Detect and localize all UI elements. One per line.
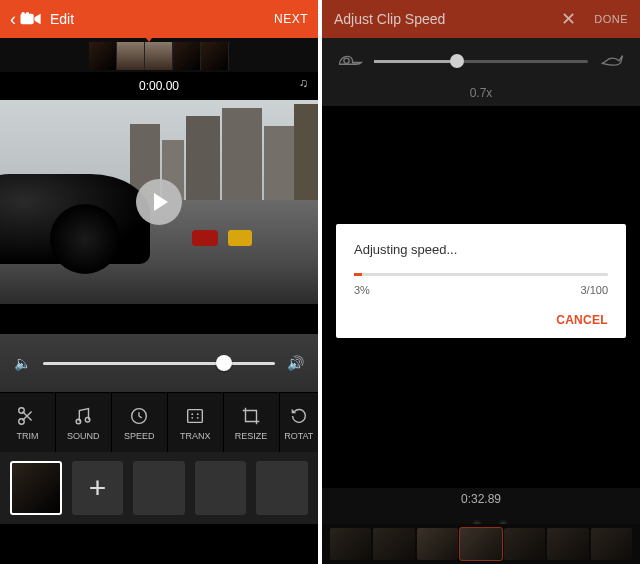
camera-icon <box>20 12 42 26</box>
progress-fill <box>354 273 362 276</box>
speed-slider[interactable] <box>374 60 588 63</box>
tool-resize[interactable]: RESIZE <box>224 393 279 452</box>
timeline-thumb[interactable] <box>417 528 458 560</box>
speed-value-row: 0.7x <box>322 84 640 106</box>
volume-slider-thumb[interactable] <box>216 355 232 371</box>
clip-strip[interactable] <box>0 38 318 72</box>
back-chevron-icon[interactable]: ‹ <box>10 9 16 30</box>
clip-bin: + <box>0 452 318 524</box>
tool-label: RESIZE <box>235 431 268 441</box>
edit-screen: ‹ Edit NEXT 0:00.00 ♫ 🔈 🔊 <box>0 0 318 564</box>
transition-icon <box>184 405 206 427</box>
tool-sound[interactable]: SOUND <box>56 393 111 452</box>
screen-title: Edit <box>50 11 74 27</box>
svg-rect-8 <box>188 409 203 422</box>
timeline-thumb[interactable] <box>547 528 588 560</box>
close-icon[interactable]: ✕ <box>561 8 576 30</box>
play-button-icon[interactable] <box>136 179 182 225</box>
fast-icon <box>598 49 626 73</box>
clip-thumb[interactable] <box>145 42 173 70</box>
svg-point-5 <box>76 419 81 424</box>
spacer <box>0 304 318 334</box>
tool-label: SOUND <box>67 431 100 441</box>
tool-trim[interactable]: TRIM <box>0 393 55 452</box>
svg-point-6 <box>86 417 91 422</box>
clip-thumb[interactable] <box>117 42 145 70</box>
timeline-thumb[interactable] <box>504 528 545 560</box>
music-icon <box>72 405 94 427</box>
playhead-marker-icon <box>143 34 155 42</box>
timeline-timecode-row: 0:32.89 <box>322 488 640 524</box>
speed-value: 0.7x <box>470 86 493 100</box>
clip-slot-empty[interactable] <box>256 461 308 515</box>
progress-bar <box>354 273 608 276</box>
clock-icon <box>128 405 150 427</box>
volume-row: 🔈 🔊 <box>0 334 318 392</box>
rotate-icon <box>288 405 310 427</box>
tool-rotate[interactable]: ROTAT <box>280 393 318 452</box>
timeline-thumb[interactable] <box>591 528 632 560</box>
timeline-thumb[interactable] <box>330 528 371 560</box>
svg-point-3 <box>19 407 25 413</box>
svg-point-12 <box>197 416 199 418</box>
crop-icon <box>240 405 262 427</box>
tool-row: TRIM SOUND SPEED TRANX RESIZE ROTAT <box>0 392 318 452</box>
svg-point-4 <box>19 418 25 424</box>
tool-label: ROTAT <box>284 431 313 441</box>
svg-point-10 <box>197 413 199 415</box>
adjust-speed-screen: Adjust Clip Speed ✕ DONE 0.7x 0:32.89 <box>322 0 640 564</box>
timeline-thumb-selected[interactable] <box>460 528 501 560</box>
add-clip-button[interactable]: + <box>72 461 124 515</box>
clip-thumb[interactable] <box>89 42 117 70</box>
clip-slot-selected[interactable] <box>10 461 62 515</box>
tool-label: TRANX <box>180 431 211 441</box>
clip-slot-empty[interactable] <box>133 461 185 515</box>
speaker-low-icon: 🔈 <box>14 355 31 371</box>
svg-point-9 <box>192 413 194 415</box>
timeline[interactable] <box>322 524 640 564</box>
tool-speed[interactable]: SPEED <box>112 393 167 452</box>
progress-dialog: Adjusting speed... 3% 3/100 CANCEL <box>336 224 626 338</box>
scissors-icon <box>16 405 38 427</box>
speed-slider-thumb[interactable] <box>450 54 464 68</box>
progress-labels: 3% 3/100 <box>354 284 608 296</box>
dialog-title: Adjusting speed... <box>354 242 608 257</box>
clip-thumb[interactable] <box>201 42 229 70</box>
progress-percent: 3% <box>354 284 370 296</box>
tool-label: TRIM <box>16 431 38 441</box>
svg-point-13 <box>344 58 349 63</box>
timeline-thumb[interactable] <box>373 528 414 560</box>
volume-slider[interactable] <box>43 362 275 365</box>
slow-icon <box>336 49 364 73</box>
tool-tranx[interactable]: TRANX <box>168 393 223 452</box>
svg-point-2 <box>26 12 30 16</box>
cancel-button[interactable]: CANCEL <box>556 313 608 327</box>
timeline-timecode: 0:32.89 <box>461 492 501 506</box>
waveform-icon[interactable]: ♫ <box>299 76 308 90</box>
svg-point-1 <box>21 12 25 16</box>
top-bar: ‹ Edit NEXT <box>0 0 318 38</box>
timecode-row: 0:00.00 ♫ <box>0 72 318 100</box>
svg-point-11 <box>192 416 194 418</box>
video-preview[interactable] <box>0 100 318 304</box>
speed-slider-row <box>322 38 640 84</box>
done-button[interactable]: DONE <box>594 13 628 25</box>
clip-thumb[interactable] <box>173 42 201 70</box>
next-button[interactable]: NEXT <box>274 12 308 26</box>
tool-label: SPEED <box>124 431 155 441</box>
top-bar: Adjust Clip Speed ✕ DONE <box>322 0 640 38</box>
screen-title: Adjust Clip Speed <box>334 11 561 27</box>
timecode: 0:00.00 <box>139 79 179 93</box>
progress-count: 3/100 <box>580 284 608 296</box>
speaker-high-icon: 🔊 <box>287 355 304 371</box>
clip-slot-empty[interactable] <box>195 461 247 515</box>
